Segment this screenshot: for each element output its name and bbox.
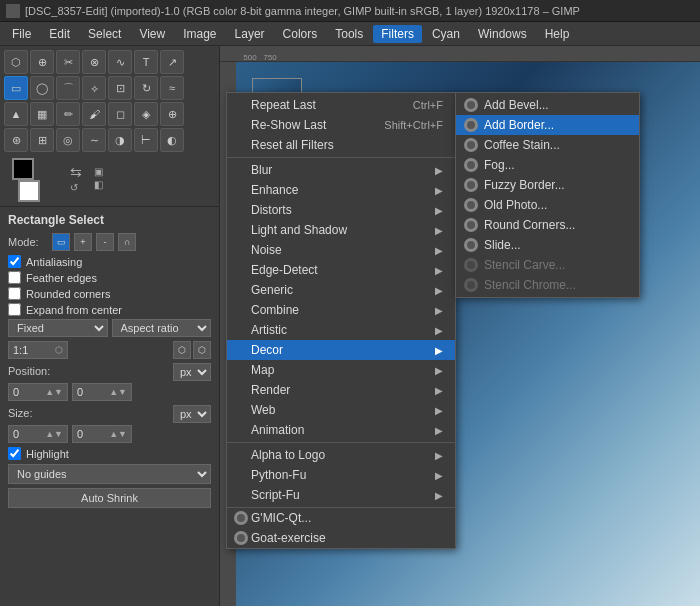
tool-free-select[interactable]: ⬡ <box>4 50 28 74</box>
swap-colors-icon[interactable]: ⇆ <box>70 164 82 180</box>
tool-paintbrush[interactable]: 🖌 <box>82 102 106 126</box>
reset-colors-icon[interactable]: ↺ <box>70 182 82 193</box>
foreground-color-swatch[interactable] <box>12 158 34 180</box>
auto-shrink-button[interactable]: Auto Shrink <box>8 488 211 508</box>
decor-fuzzy-border[interactable]: Fuzzy Border... <box>456 175 639 195</box>
tool-color-picker[interactable]: ↗ <box>160 50 184 74</box>
filters-python-fu[interactable]: Python-Fu ▶ <box>227 465 455 485</box>
filters-artistic[interactable]: Artistic ▶ <box>227 320 455 340</box>
menu-colors[interactable]: Colors <box>275 25 326 43</box>
pos-y-input[interactable]: 0 ▲▼ <box>72 383 132 401</box>
ratio-icon-2[interactable]: ⬡ <box>193 341 211 359</box>
filters-noise[interactable]: Noise ▶ <box>227 240 455 260</box>
quick-mask-icon[interactable]: ◧ <box>94 179 103 190</box>
menu-help[interactable]: Help <box>537 25 578 43</box>
tool-airbrush[interactable]: ◈ <box>134 102 158 126</box>
tool-dodge-burn[interactable]: ◑ <box>108 128 132 152</box>
filters-reshow-last[interactable]: Re-Show Last Shift+Ctrl+F <box>227 115 455 135</box>
filters-combine[interactable]: Combine ▶ <box>227 300 455 320</box>
tool-foreground-select[interactable]: ⊗ <box>82 50 106 74</box>
menu-select[interactable]: Select <box>80 25 129 43</box>
goat-label: Goat-exercise <box>251 531 326 545</box>
decor-slide[interactable]: Slide... <box>456 235 639 255</box>
decor-add-border[interactable]: Add Border... <box>456 115 639 135</box>
mode-replace[interactable]: ▭ <box>52 233 70 251</box>
tool-blur-sharpen[interactable]: ◎ <box>56 128 80 152</box>
ratio-icon-1[interactable]: ⬡ <box>173 341 191 359</box>
position-unit-select[interactable]: px <box>173 363 211 381</box>
tool-paths[interactable]: ∿ <box>108 50 132 74</box>
tool-clone[interactable]: ⊕ <box>160 102 184 126</box>
filters-edge-detect[interactable]: Edge-Detect ▶ <box>227 260 455 280</box>
filters-blur[interactable]: Blur ▶ <box>227 160 455 180</box>
size-h-input[interactable]: 0 ▲▼ <box>72 425 132 443</box>
tool-rect-select[interactable]: ▭ <box>4 76 28 100</box>
filters-decor[interactable]: Decor ▶ <box>227 340 455 360</box>
menu-layer[interactable]: Layer <box>227 25 273 43</box>
filters-gmic[interactable]: G'MIC-Qt... <box>227 508 455 528</box>
decor-old-photo[interactable]: Old Photo... <box>456 195 639 215</box>
antialias-checkbox[interactable] <box>8 255 21 268</box>
menu-view[interactable]: View <box>131 25 173 43</box>
ratio-input[interactable]: 1:1 ⬡ <box>8 341 68 359</box>
tool-bucket[interactable]: ▲ <box>4 102 28 126</box>
tool-warp[interactable]: ≈ <box>160 76 184 100</box>
tool-lasso[interactable]: ⌒ <box>56 76 80 100</box>
tool-measure[interactable]: ⊢ <box>134 128 158 152</box>
tool-scissors[interactable]: ✂ <box>56 50 80 74</box>
filters-alpha-to-logo[interactable]: Alpha to Logo ▶ <box>227 445 455 465</box>
tool-ellipse-select[interactable]: ◯ <box>30 76 54 100</box>
size-w-input[interactable]: 0 ▲▼ <box>8 425 68 443</box>
menu-file[interactable]: File <box>4 25 39 43</box>
filters-repeat-last[interactable]: Repeat Last Ctrl+F <box>227 95 455 115</box>
active-image-icon[interactable]: ▣ <box>94 166 103 177</box>
filters-map[interactable]: Map ▶ <box>227 360 455 380</box>
tick-500: 500 <box>240 53 260 62</box>
menu-image[interactable]: Image <box>175 25 224 43</box>
tool-eraser[interactable]: ◻ <box>108 102 132 126</box>
rounded-checkbox[interactable] <box>8 287 21 300</box>
mode-intersect[interactable]: ∩ <box>118 233 136 251</box>
filters-animation[interactable]: Animation ▶ <box>227 420 455 440</box>
expand-checkbox[interactable] <box>8 303 21 316</box>
filters-distorts[interactable]: Distorts ▶ <box>227 200 455 220</box>
background-color-swatch[interactable] <box>18 180 40 202</box>
aspect-select[interactable]: Aspect ratio <box>112 319 212 337</box>
tool-select-by-color[interactable]: ⟡ <box>82 76 106 100</box>
tool-transform[interactable]: ↻ <box>134 76 158 100</box>
pos-x-input[interactable]: 0 ▲▼ <box>8 383 68 401</box>
filters-goat-exercise[interactable]: Goat-exercise <box>227 528 455 548</box>
feather-checkbox[interactable] <box>8 271 21 284</box>
menu-edit[interactable]: Edit <box>41 25 78 43</box>
fixed-select[interactable]: Fixed <box>8 319 108 337</box>
tool-smudge[interactable]: ∼ <box>82 128 106 152</box>
filters-generic[interactable]: Generic ▶ <box>227 280 455 300</box>
tool-heal[interactable]: ⊛ <box>4 128 28 152</box>
decor-coffee-stain[interactable]: Coffee Stain... <box>456 135 639 155</box>
filters-enhance[interactable]: Enhance ▶ <box>227 180 455 200</box>
decor-fog[interactable]: Fog... <box>456 155 639 175</box>
menu-tools[interactable]: Tools <box>327 25 371 43</box>
mode-add[interactable]: + <box>74 233 92 251</box>
filters-web[interactable]: Web ▶ <box>227 400 455 420</box>
mode-subtract[interactable]: - <box>96 233 114 251</box>
tool-color-balance[interactable]: ◐ <box>160 128 184 152</box>
filters-reset-all[interactable]: Reset all Filters <box>227 135 455 155</box>
tool-pencil[interactable]: ✏ <box>56 102 80 126</box>
menu-cyan[interactable]: Cyan <box>424 25 468 43</box>
tool-gradient[interactable]: ▦ <box>30 102 54 126</box>
decor-add-bevel[interactable]: Add Bevel... <box>456 95 639 115</box>
tool-perspective-clone[interactable]: ⊞ <box>30 128 54 152</box>
menu-filters[interactable]: Filters <box>373 25 422 43</box>
tool-crop[interactable]: ⊡ <box>108 76 132 100</box>
filters-script-fu[interactable]: Script-Fu ▶ <box>227 485 455 505</box>
filters-light-shadow[interactable]: Light and Shadow ▶ <box>227 220 455 240</box>
filters-render[interactable]: Render ▶ <box>227 380 455 400</box>
size-unit-select[interactable]: px <box>173 405 211 423</box>
tool-fuzzy-select[interactable]: ⊕ <box>30 50 54 74</box>
tool-text[interactable]: T <box>134 50 158 74</box>
highlight-checkbox[interactable] <box>8 447 21 460</box>
menu-windows[interactable]: Windows <box>470 25 535 43</box>
decor-round-corners[interactable]: Round Corners... <box>456 215 639 235</box>
guides-select[interactable]: No guides <box>8 464 211 484</box>
